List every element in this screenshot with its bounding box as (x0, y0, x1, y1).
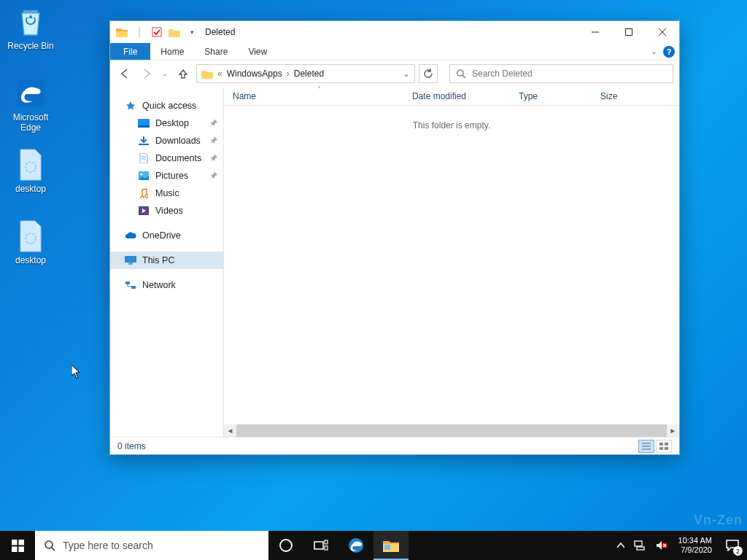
nav-item-pictures[interactable]: Pictures (110, 167, 223, 184)
back-button[interactable] (116, 65, 133, 82)
nav-label: Desktop (155, 118, 189, 128)
nav-label: Quick access (142, 101, 196, 111)
action-center-button[interactable]: 2 (718, 531, 747, 560)
qat-properties-icon[interactable] (150, 25, 164, 39)
navigation-pane: Quick access Desktop Downloads Documents… (110, 87, 224, 437)
scroll-left-button[interactable]: ◄ (224, 424, 236, 437)
tab-view[interactable]: View (238, 43, 277, 60)
address-dropdown-icon[interactable]: ⌄ (403, 69, 410, 79)
desktop-icon-edge[interactable]: Microsoft Edge (3, 76, 58, 133)
column-size[interactable]: Size (600, 91, 644, 101)
nav-row: ⌄ « WindowsApps › Deleted ⌄ (110, 61, 679, 87)
tab-home[interactable]: Home (150, 43, 194, 60)
edge-icon (13, 76, 48, 111)
search-icon (456, 69, 466, 79)
cloud-icon (125, 230, 136, 241)
nav-this-pc[interactable]: This PC (110, 252, 223, 269)
svg-rect-42 (635, 541, 642, 546)
nav-label: Music (155, 188, 179, 198)
taskbar-app-explorer[interactable] (374, 531, 409, 560)
folder-icon (201, 69, 213, 79)
taskbar-search[interactable]: Type here to search (35, 531, 268, 560)
svg-rect-43 (637, 547, 644, 550)
chevron-right-icon[interactable]: › (287, 69, 290, 79)
tab-file[interactable]: File (110, 43, 150, 60)
desktop-icon-label: desktop (3, 255, 58, 265)
nav-item-desktop[interactable]: Desktop (110, 114, 223, 132)
tray-network-icon[interactable] (629, 531, 651, 560)
help-icon[interactable]: ? (663, 46, 675, 58)
nav-item-videos[interactable]: Videos (110, 202, 223, 219)
qat-newfolder-icon[interactable] (167, 25, 182, 39)
tray-volume-icon[interactable] (651, 531, 673, 560)
column-date[interactable]: Date modified (412, 91, 519, 101)
ribbon-tabs: File Home Share View ⌄ ? (110, 43, 679, 61)
svg-rect-30 (12, 540, 18, 545)
svg-rect-37 (314, 542, 323, 549)
nav-item-documents[interactable]: Documents (110, 149, 223, 167)
scroll-track[interactable] (236, 424, 667, 437)
horizontal-scrollbar[interactable]: ◄ ► (224, 424, 679, 437)
music-icon (138, 187, 150, 199)
svg-point-16 (141, 174, 143, 176)
desktop-icon-recycle-bin[interactable]: Recycle Bin (3, 4, 58, 51)
svg-rect-41 (384, 545, 390, 550)
taskbar-clock[interactable]: 10:34 AM 7/9/2020 (673, 536, 718, 555)
recent-locations-button[interactable]: ⌄ (160, 65, 170, 82)
view-large-icons-button[interactable] (656, 440, 672, 453)
quick-access-toolbar: | ▾ (110, 25, 199, 39)
minimize-button[interactable] (578, 21, 612, 43)
nav-quick-access[interactable]: Quick access (110, 97, 223, 114)
breadcrumb[interactable]: Deleted (294, 69, 324, 79)
view-details-button[interactable] (638, 440, 654, 453)
status-text: 0 items (117, 441, 146, 451)
svg-rect-29 (665, 447, 668, 450)
qat-sep: | (132, 25, 147, 39)
taskbar-app-edge[interactable] (338, 531, 374, 560)
computer-icon (125, 254, 136, 266)
tab-share[interactable]: Share (194, 43, 238, 60)
clock-date: 7/9/2020 (678, 545, 712, 555)
close-button[interactable] (646, 21, 679, 43)
scroll-right-button[interactable]: ► (667, 424, 679, 437)
column-type[interactable]: Type (519, 91, 600, 101)
desktop-icon-file[interactable]: desktop (3, 219, 58, 265)
pictures-icon (138, 170, 150, 182)
task-view-button[interactable] (303, 531, 338, 560)
svg-rect-27 (665, 443, 668, 446)
nav-onedrive[interactable]: OneDrive (110, 227, 223, 244)
window-title: Deleted (205, 27, 235, 37)
qat-dropdown-icon[interactable]: ▾ (185, 25, 199, 39)
ribbon-expand-icon[interactable]: ⌄ (651, 47, 657, 56)
nav-item-music[interactable]: Music (110, 184, 223, 202)
nav-label: Network (142, 280, 176, 290)
notification-badge: 2 (733, 546, 743, 556)
svg-line-9 (462, 75, 465, 78)
titlebar[interactable]: | ▾ Deleted (110, 21, 679, 43)
cortana-button[interactable] (268, 531, 303, 560)
svg-point-36 (280, 540, 292, 551)
nav-label: Downloads (155, 136, 201, 146)
tray-overflow-button[interactable] (613, 531, 629, 560)
nav-item-downloads[interactable]: Downloads (110, 132, 223, 149)
breadcrumb[interactable]: WindowsApps (227, 69, 282, 79)
nav-network[interactable]: Network (110, 276, 223, 294)
star-icon (125, 100, 136, 112)
search-box[interactable] (449, 64, 673, 83)
folder-icon (115, 25, 129, 39)
ini-file-icon (13, 147, 48, 182)
document-icon (138, 152, 150, 164)
svg-rect-32 (12, 546, 18, 552)
forward-button[interactable] (138, 65, 155, 82)
up-button[interactable] (174, 65, 192, 82)
column-name[interactable]: Name (233, 91, 412, 101)
refresh-button[interactable] (419, 64, 438, 83)
search-input[interactable] (472, 69, 667, 79)
nav-label: Documents (155, 153, 201, 163)
address-bar[interactable]: « WindowsApps › Deleted ⌄ (196, 64, 415, 83)
network-icon (125, 279, 136, 291)
maximize-button[interactable] (612, 21, 646, 43)
start-button[interactable] (0, 531, 35, 560)
videos-icon (138, 205, 150, 217)
desktop-icon-file[interactable]: desktop (3, 147, 58, 194)
